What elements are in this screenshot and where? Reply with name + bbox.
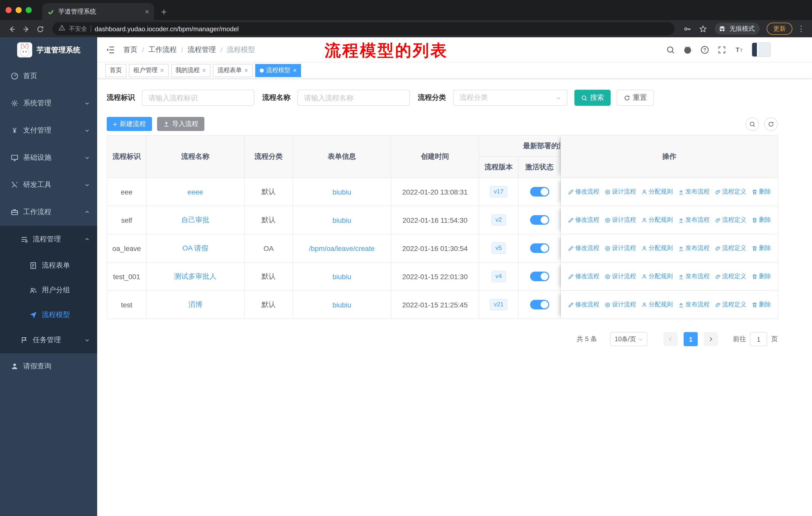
definition-process-link[interactable]: 流程定义 — [715, 187, 746, 196]
sidebar-item-task-mgmt[interactable]: 任务管理 — [0, 327, 97, 353]
sidebar-item-leave-query[interactable]: 请假查询 — [0, 353, 97, 379]
publish-process-link[interactable]: 发布流程 — [678, 300, 709, 309]
sidebar-item-payment[interactable]: 支付管理 — [0, 117, 97, 144]
design-process-link[interactable]: 设计流程 — [604, 300, 636, 309]
delete-process-link[interactable]: 删除 — [751, 272, 771, 281]
font-size-icon[interactable]: TT — [734, 45, 744, 54]
publish-process-link[interactable]: 发布流程 — [678, 187, 709, 196]
design-process-link[interactable]: 设计流程 — [604, 244, 636, 252]
form-info-link[interactable]: biubiu — [332, 272, 351, 280]
tag-process-form[interactable]: 流程表单 — [213, 64, 253, 77]
sidebar-item-system[interactable]: 系统管理 — [0, 90, 97, 117]
edit-process-link[interactable]: 修改流程 — [568, 244, 599, 252]
tag-tenant-mgmt[interactable]: 租户管理 — [129, 64, 168, 77]
prev-page-button[interactable] — [664, 332, 677, 346]
edit-process-link[interactable]: 修改流程 — [568, 272, 599, 281]
process-name-link[interactable]: eeee — [187, 188, 203, 196]
definition-process-link[interactable]: 流程定义 — [715, 244, 746, 252]
design-process-link[interactable]: 设计流程 — [604, 187, 636, 196]
tag-my-process[interactable]: 我的流程 — [171, 64, 210, 77]
reload-icon[interactable] — [33, 24, 47, 33]
sidebar-item-process-mgmt[interactable]: 流程管理 — [0, 226, 97, 253]
refresh-table-button[interactable] — [764, 117, 778, 131]
active-toggle[interactable] — [530, 187, 549, 196]
url-bar[interactable]: 不安全 dashboard.yudao.iocoder.cn/bpm/manag… — [52, 22, 674, 35]
close-icon[interactable] — [244, 67, 248, 74]
assign-process-link[interactable]: 分配规则 — [641, 187, 673, 196]
key-icon[interactable] — [683, 24, 692, 33]
sidebar-fold-icon[interactable] — [105, 45, 115, 55]
sidebar-item-process-model[interactable]: 流程模型 — [0, 302, 97, 327]
update-button[interactable]: 更新 — [767, 23, 792, 35]
publish-process-link[interactable]: 发布流程 — [678, 244, 709, 252]
delete-process-link[interactable]: 删除 — [751, 244, 771, 252]
tab-close-icon[interactable] — [145, 7, 149, 16]
sidebar-item-process-form[interactable]: 流程表单 — [0, 253, 97, 278]
create-process-button[interactable]: + 新建流程 — [107, 117, 152, 131]
sidebar-item-home[interactable]: 首页 — [0, 62, 97, 90]
definition-process-link[interactable]: 流程定义 — [715, 300, 746, 309]
close-icon[interactable] — [160, 67, 164, 74]
fullscreen-icon[interactable] — [717, 45, 726, 54]
forward-icon[interactable] — [19, 24, 33, 33]
category-select[interactable]: 流程分类 — [453, 90, 567, 106]
browser-menu-icon[interactable]: ⋮ — [798, 24, 805, 33]
form-info-link[interactable]: biubiu — [332, 188, 351, 196]
avatar[interactable] — [752, 42, 771, 57]
definition-process-link[interactable]: 流程定义 — [715, 216, 746, 224]
page-size-select[interactable]: 10条/页 — [610, 332, 647, 346]
sidebar-item-user-group[interactable]: 用户分组 — [0, 278, 97, 302]
back-icon[interactable] — [5, 24, 19, 33]
close-icon[interactable] — [293, 67, 297, 74]
publish-process-link[interactable]: 发布流程 — [678, 216, 709, 224]
close-window-button[interactable] — [5, 7, 11, 13]
breadcrumb-home[interactable]: 首页 — [123, 45, 138, 54]
edit-process-link[interactable]: 修改流程 — [568, 216, 599, 224]
sidebar-item-devtools[interactable]: 研发工具 — [0, 171, 97, 198]
sidebar-item-workflow[interactable]: 工作流程 — [0, 198, 97, 226]
assign-process-link[interactable]: 分配规则 — [641, 272, 673, 281]
assign-process-link[interactable]: 分配规则 — [641, 300, 673, 309]
edit-process-link[interactable]: 修改流程 — [568, 300, 599, 309]
github-icon[interactable] — [683, 45, 692, 54]
process-name-link[interactable]: OA 请假 — [182, 244, 208, 253]
assign-process-link[interactable]: 分配规则 — [641, 244, 673, 252]
next-page-button[interactable] — [704, 332, 718, 346]
definition-process-link[interactable]: 流程定义 — [715, 272, 746, 281]
toggle-search-button[interactable] — [746, 117, 759, 131]
process-name-link[interactable]: 测试多审批人 — [174, 272, 216, 281]
search-icon[interactable] — [666, 45, 675, 54]
process-name-input[interactable] — [297, 90, 410, 106]
active-toggle[interactable] — [530, 272, 549, 281]
form-info-link[interactable]: /bpm/oa/leave/create — [309, 244, 375, 252]
delete-process-link[interactable]: 删除 — [751, 300, 771, 309]
zoom-window-button[interactable] — [26, 7, 32, 13]
close-icon[interactable] — [202, 67, 206, 74]
new-tab-button[interactable]: + — [161, 7, 167, 17]
tag-process-model[interactable]: 流程模型 — [255, 64, 301, 77]
reset-button[interactable]: 重置 — [617, 90, 654, 106]
delete-process-link[interactable]: 删除 — [751, 187, 771, 196]
search-button[interactable]: 搜索 — [574, 90, 611, 106]
tag-home[interactable]: 首页 — [105, 64, 126, 77]
sidebar-item-infra[interactable]: 基础设施 — [0, 144, 97, 171]
form-info-link[interactable]: biubiu — [332, 216, 351, 224]
active-toggle[interactable] — [530, 243, 549, 253]
breadcrumb-process-mgmt[interactable]: 流程管理 — [188, 45, 216, 54]
browser-tab[interactable]: 芋道管理系统 — [42, 3, 154, 20]
active-toggle[interactable] — [530, 215, 549, 225]
process-name-link[interactable]: 滔博 — [188, 300, 202, 309]
import-process-button[interactable]: 导入流程 — [157, 117, 204, 131]
goto-page-input[interactable] — [750, 332, 767, 346]
edit-process-link[interactable]: 修改流程 — [568, 187, 599, 196]
process-id-input[interactable] — [142, 90, 254, 106]
minimize-window-button[interactable] — [16, 7, 22, 13]
design-process-link[interactable]: 设计流程 — [604, 216, 636, 224]
assign-process-link[interactable]: 分配规则 — [641, 216, 673, 224]
publish-process-link[interactable]: 发布流程 — [678, 272, 709, 281]
delete-process-link[interactable]: 删除 — [751, 216, 771, 224]
process-name-link[interactable]: 自己审批 — [181, 215, 209, 224]
breadcrumb-workflow[interactable]: 工作流程 — [148, 45, 177, 54]
design-process-link[interactable]: 设计流程 — [604, 272, 636, 281]
bookmark-star-icon[interactable] — [699, 24, 707, 33]
